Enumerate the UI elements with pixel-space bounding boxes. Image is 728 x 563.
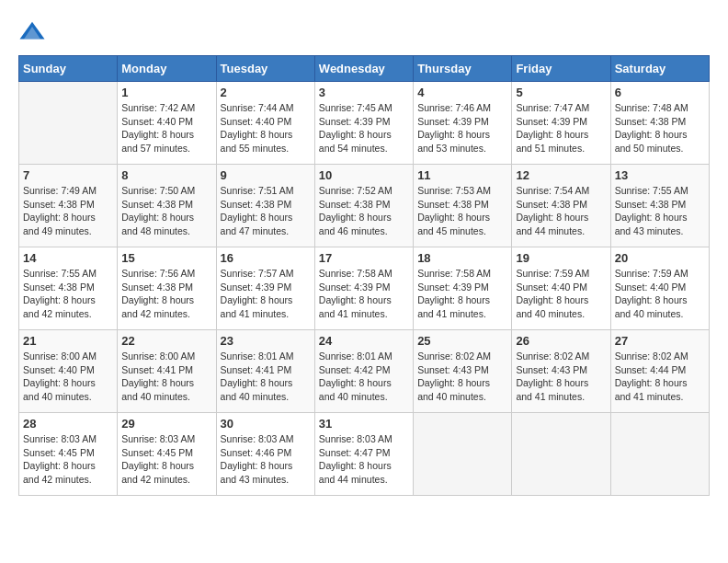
weekday-header: Tuesday: [216, 56, 314, 82]
calendar-cell: [610, 413, 709, 496]
day-info: Sunrise: 7:59 AM Sunset: 4:40 PM Dayligh…: [615, 267, 705, 321]
calendar-cell: 31Sunrise: 8:03 AM Sunset: 4:47 PM Dayli…: [314, 413, 413, 496]
calendar-cell: 4Sunrise: 7:46 AM Sunset: 4:39 PM Daylig…: [414, 82, 512, 165]
calendar-cell: [512, 413, 610, 496]
weekday-header: Thursday: [414, 56, 512, 82]
calendar-cell: 3Sunrise: 7:45 AM Sunset: 4:39 PM Daylig…: [314, 82, 413, 165]
calendar-cell: 24Sunrise: 8:01 AM Sunset: 4:42 PM Dayli…: [314, 330, 413, 413]
calendar-cell: [19, 82, 118, 165]
day-info: Sunrise: 8:03 AM Sunset: 4:45 PM Dayligh…: [23, 432, 113, 487]
calendar-cell: 14Sunrise: 7:55 AM Sunset: 4:38 PM Dayli…: [19, 247, 118, 330]
day-number: 2: [221, 86, 311, 99]
day-number: 15: [121, 251, 211, 265]
day-number: 23: [221, 334, 311, 348]
day-info: Sunrise: 7:55 AM Sunset: 4:38 PM Dayligh…: [615, 184, 705, 238]
day-number: 18: [417, 251, 507, 265]
day-info: Sunrise: 8:03 AM Sunset: 4:46 PM Dayligh…: [221, 432, 311, 487]
calendar-cell: 23Sunrise: 8:01 AM Sunset: 4:41 PM Dayli…: [216, 330, 314, 413]
day-number: 21: [23, 334, 113, 348]
calendar-cell: 16Sunrise: 7:57 AM Sunset: 4:39 PM Dayli…: [216, 247, 314, 330]
day-info: Sunrise: 8:03 AM Sunset: 4:47 PM Dayligh…: [319, 432, 409, 487]
day-number: 20: [615, 251, 705, 265]
calendar-cell: 28Sunrise: 8:03 AM Sunset: 4:45 PM Dayli…: [19, 413, 118, 496]
calendar-cell: 9Sunrise: 7:51 AM Sunset: 4:38 PM Daylig…: [216, 165, 314, 247]
day-number: 4: [417, 86, 507, 99]
calendar: SundayMondayTuesdayWednesdayThursdayFrid…: [18, 55, 710, 496]
day-number: 1: [121, 86, 211, 99]
day-info: Sunrise: 7:44 AM Sunset: 4:40 PM Dayligh…: [221, 101, 311, 155]
calendar-cell: 2Sunrise: 7:44 AM Sunset: 4:40 PM Daylig…: [216, 82, 314, 165]
day-info: Sunrise: 7:42 AM Sunset: 4:40 PM Dayligh…: [121, 101, 211, 155]
day-info: Sunrise: 7:55 AM Sunset: 4:38 PM Dayligh…: [23, 267, 113, 321]
day-number: 8: [121, 168, 211, 182]
day-number: 17: [319, 251, 409, 265]
calendar-cell: 15Sunrise: 7:56 AM Sunset: 4:38 PM Dayli…: [118, 247, 216, 330]
day-info: Sunrise: 8:00 AM Sunset: 4:40 PM Dayligh…: [23, 350, 113, 404]
day-number: 10: [319, 168, 409, 182]
calendar-week-row: 28Sunrise: 8:03 AM Sunset: 4:45 PM Dayli…: [19, 413, 710, 496]
day-info: Sunrise: 7:58 AM Sunset: 4:39 PM Dayligh…: [319, 267, 409, 321]
day-info: Sunrise: 8:02 AM Sunset: 4:43 PM Dayligh…: [417, 350, 507, 404]
day-info: Sunrise: 8:02 AM Sunset: 4:43 PM Dayligh…: [516, 350, 606, 404]
logo-icon: [18, 18, 46, 46]
day-number: 3: [319, 86, 409, 99]
calendar-cell: 17Sunrise: 7:58 AM Sunset: 4:39 PM Dayli…: [314, 247, 413, 330]
day-number: 6: [615, 86, 705, 99]
weekday-header: Sunday: [19, 56, 118, 82]
calendar-cell: 12Sunrise: 7:54 AM Sunset: 4:38 PM Dayli…: [512, 165, 610, 247]
day-number: 24: [319, 334, 409, 348]
calendar-cell: 6Sunrise: 7:48 AM Sunset: 4:38 PM Daylig…: [610, 82, 709, 165]
weekday-header: Wednesday: [314, 56, 413, 82]
weekday-header: Saturday: [610, 56, 709, 82]
day-number: 19: [516, 251, 606, 265]
calendar-cell: 27Sunrise: 8:02 AM Sunset: 4:44 PM Dayli…: [610, 330, 709, 413]
calendar-cell: 26Sunrise: 8:02 AM Sunset: 4:43 PM Dayli…: [512, 330, 610, 413]
day-number: 7: [23, 168, 113, 182]
day-info: Sunrise: 7:48 AM Sunset: 4:38 PM Dayligh…: [615, 101, 705, 155]
calendar-week-row: 1Sunrise: 7:42 AM Sunset: 4:40 PM Daylig…: [19, 82, 710, 165]
calendar-week-row: 21Sunrise: 8:00 AM Sunset: 4:40 PM Dayli…: [19, 330, 710, 413]
day-info: Sunrise: 7:47 AM Sunset: 4:39 PM Dayligh…: [516, 101, 606, 155]
day-info: Sunrise: 8:00 AM Sunset: 4:41 PM Dayligh…: [121, 350, 211, 404]
weekday-header: Friday: [512, 56, 610, 82]
day-number: 30: [221, 417, 311, 431]
calendar-cell: 19Sunrise: 7:59 AM Sunset: 4:40 PM Dayli…: [512, 247, 610, 330]
day-info: Sunrise: 8:01 AM Sunset: 4:42 PM Dayligh…: [319, 350, 409, 404]
day-number: 13: [615, 168, 705, 182]
calendar-cell: 18Sunrise: 7:58 AM Sunset: 4:39 PM Dayli…: [414, 247, 512, 330]
day-number: 29: [121, 417, 211, 431]
weekday-header: Monday: [118, 56, 216, 82]
day-number: 22: [121, 334, 211, 348]
calendar-cell: 22Sunrise: 8:00 AM Sunset: 4:41 PM Dayli…: [118, 330, 216, 413]
day-info: Sunrise: 8:03 AM Sunset: 4:45 PM Dayligh…: [121, 432, 211, 487]
day-number: 26: [516, 334, 606, 348]
day-info: Sunrise: 7:58 AM Sunset: 4:39 PM Dayligh…: [417, 267, 507, 321]
calendar-cell: 13Sunrise: 7:55 AM Sunset: 4:38 PM Dayli…: [610, 165, 709, 247]
calendar-cell: 20Sunrise: 7:59 AM Sunset: 4:40 PM Dayli…: [610, 247, 709, 330]
calendar-cell: 5Sunrise: 7:47 AM Sunset: 4:39 PM Daylig…: [512, 82, 610, 165]
calendar-week-row: 7Sunrise: 7:49 AM Sunset: 4:38 PM Daylig…: [19, 165, 710, 247]
day-info: Sunrise: 7:46 AM Sunset: 4:39 PM Dayligh…: [417, 101, 507, 155]
calendar-cell: 8Sunrise: 7:50 AM Sunset: 4:38 PM Daylig…: [118, 165, 216, 247]
day-info: Sunrise: 7:57 AM Sunset: 4:39 PM Dayligh…: [221, 267, 311, 321]
day-number: 14: [23, 251, 113, 265]
day-number: 5: [516, 86, 606, 99]
page-header: [18, 18, 710, 46]
calendar-cell: 11Sunrise: 7:53 AM Sunset: 4:38 PM Dayli…: [414, 165, 512, 247]
weekday-header-row: SundayMondayTuesdayWednesdayThursdayFrid…: [19, 56, 710, 82]
calendar-cell: 25Sunrise: 8:02 AM Sunset: 4:43 PM Dayli…: [414, 330, 512, 413]
calendar-cell: 7Sunrise: 7:49 AM Sunset: 4:38 PM Daylig…: [19, 165, 118, 247]
day-info: Sunrise: 7:52 AM Sunset: 4:38 PM Dayligh…: [319, 184, 409, 238]
calendar-week-row: 14Sunrise: 7:55 AM Sunset: 4:38 PM Dayli…: [19, 247, 710, 330]
day-number: 9: [221, 168, 311, 182]
calendar-cell: 10Sunrise: 7:52 AM Sunset: 4:38 PM Dayli…: [314, 165, 413, 247]
calendar-cell: 30Sunrise: 8:03 AM Sunset: 4:46 PM Dayli…: [216, 413, 314, 496]
day-number: 31: [319, 417, 409, 431]
calendar-cell: 1Sunrise: 7:42 AM Sunset: 4:40 PM Daylig…: [118, 82, 216, 165]
day-number: 16: [221, 251, 311, 265]
day-info: Sunrise: 7:50 AM Sunset: 4:38 PM Dayligh…: [121, 184, 211, 238]
calendar-cell: 21Sunrise: 8:00 AM Sunset: 4:40 PM Dayli…: [19, 330, 118, 413]
logo: [18, 18, 50, 46]
day-info: Sunrise: 7:51 AM Sunset: 4:38 PM Dayligh…: [221, 184, 311, 238]
day-info: Sunrise: 7:45 AM Sunset: 4:39 PM Dayligh…: [319, 101, 409, 155]
